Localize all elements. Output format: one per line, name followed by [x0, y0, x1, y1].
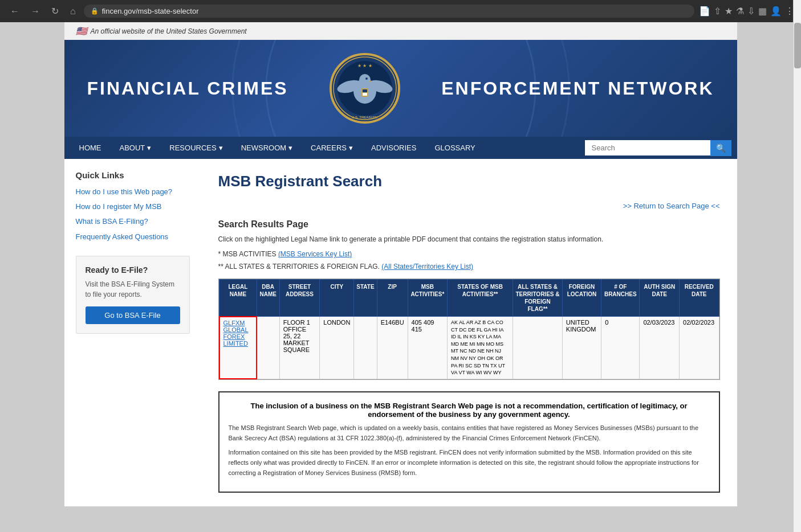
td-zip: E146BU: [377, 317, 408, 379]
bsa-efile-button[interactable]: Go to BSA E-File: [86, 306, 180, 324]
td-states-of-msb: AK AL AR AZ B CA CO CT DC DE FL GA HI IA…: [448, 317, 513, 379]
search-input[interactable]: [585, 140, 710, 155]
td-state: [354, 317, 377, 379]
return-link: >> Return to Search Page <<: [218, 202, 720, 210]
disclaimer-title: The inclusion of a business on the MSB R…: [229, 402, 710, 419]
sidebar-toggle-icon[interactable]: ▦: [758, 6, 767, 17]
quick-links-title: Quick Links: [76, 170, 190, 180]
svg-point-6: [359, 74, 371, 85]
address-bar[interactable]: 🔒 fincen.gov/msb-state-selector: [84, 5, 694, 18]
msb-services-key-link[interactable]: (MSB Services Key List): [278, 250, 352, 258]
results-section-title: Search Results Page: [218, 219, 720, 230]
main-content: MSB Registrant Search >> Return to Searc…: [201, 159, 737, 506]
newsroom-dropdown-icon: ▾: [288, 144, 292, 152]
td-all-states-flag: [513, 317, 563, 379]
bsa-box-title: Ready to E-File?: [86, 265, 180, 275]
nav-glossary[interactable]: GLOSSARY: [425, 137, 484, 159]
td-auth-sign-date: 02/03/2023: [640, 317, 680, 379]
th-zip: ZIP: [377, 280, 408, 317]
sidebar: Quick Links How do I use this Web page? …: [64, 159, 201, 506]
nav-careers[interactable]: CAREERS ▾: [302, 137, 362, 159]
reader-icon[interactable]: 📄: [699, 6, 710, 17]
svg-rect-11: [363, 93, 367, 96]
nav-resources[interactable]: RESOURCES ▾: [160, 137, 231, 159]
th-msb-activities: MSB ACTIVITIES*: [408, 280, 447, 317]
gov-banner: 🇺🇸 An official website of the United Sta…: [64, 22, 737, 40]
th-legal-name: LEGAL NAME: [219, 280, 257, 317]
table-row: GLFXM GLOBAL FOREX LIMITED FLOOR 1 OFFIC…: [219, 317, 719, 379]
disclaimer-para2: Information contained on this site has b…: [229, 448, 710, 478]
back-button[interactable]: ←: [7, 5, 23, 18]
td-legal-name: GLFXM GLOBAL FOREX LIMITED: [219, 317, 257, 379]
note2: ** ALL STATES & TERRITORIES & FOREIGN FL…: [218, 261, 720, 272]
results-table: LEGAL NAME DBA NAME STREET ADDRESS CITY …: [219, 279, 719, 379]
th-states-of-msb: STATES OF MSB ACTIVITIES**: [448, 280, 513, 317]
th-state: STATE: [354, 280, 377, 317]
td-street-address: FLOOR 1 OFFICE 25, 22 MARKET SQUARE: [279, 317, 320, 379]
site-header: FINANCIAL CRIMES ★ ★ ★ U.S. TREASURY: [64, 40, 737, 137]
profile-icon[interactable]: 👤: [770, 6, 782, 17]
scroll-thumb[interactable]: [794, 23, 801, 68]
sidebar-link-use[interactable]: How do I use this Web page?: [76, 187, 190, 197]
results-description: Click on the highlighted Legal Name link…: [218, 234, 720, 244]
nav-home[interactable]: HOME: [70, 137, 111, 159]
page-title: MSB Registrant Search: [218, 173, 720, 190]
browser-chrome: ← → ↻ ⌂ 🔒 fincen.gov/msb-state-selector …: [0, 0, 801, 22]
sidebar-link-register[interactable]: How do I register My MSB: [76, 202, 190, 212]
us-flag-icon: 🇺🇸: [76, 26, 87, 36]
disclaimer-box: The inclusion of a business on the MSB R…: [218, 391, 720, 493]
results-table-wrapper: LEGAL NAME DBA NAME STREET ADDRESS CITY …: [218, 279, 720, 380]
header-left-text: FINANCIAL CRIMES: [87, 78, 288, 99]
lock-icon: 🔒: [91, 7, 99, 15]
page-wrapper: 🇺🇸 An official website of the United Sta…: [64, 22, 737, 506]
disclaimer-para1: The MSB Registrant Search Web page, whic…: [229, 423, 710, 443]
quick-links-section: Quick Links How do I use this Web page? …: [76, 170, 190, 242]
bookmark-icon[interactable]: ★: [725, 6, 733, 17]
svg-point-7: [365, 77, 368, 80]
th-foreign-location: FOREIGN LOCATION: [562, 280, 601, 317]
about-dropdown-icon: ▾: [147, 144, 151, 152]
th-branches: # OF BRANCHES: [601, 280, 640, 317]
return-link-anchor[interactable]: >> Return to Search Page <<: [623, 202, 720, 210]
browser-actions: 📄 ⇧ ★ ⚗ ⇩ ▦ 👤 ⋮: [699, 6, 794, 17]
th-city: CITY: [320, 280, 354, 317]
careers-dropdown-icon: ▾: [349, 144, 353, 152]
th-received-date: RECEIVED DATE: [680, 280, 719, 317]
fincen-seal: ★ ★ ★ U.S. TREASURY: [328, 51, 402, 125]
nav-advisories[interactable]: ADVISORIES: [362, 137, 425, 159]
nav-newsroom[interactable]: NEWSROOM ▾: [232, 137, 302, 159]
legal-name-link[interactable]: GLFXM GLOBAL FOREX LIMITED: [223, 320, 249, 347]
reload-button[interactable]: ↻: [48, 5, 62, 18]
url-text: fincen.gov/msb-state-selector: [102, 7, 199, 15]
sidebar-link-bsa[interactable]: What is BSA E-Filing?: [76, 216, 190, 227]
sidebar-link-faq[interactable]: Frequently Asked Questions: [76, 232, 190, 242]
td-msb-activities: 405 409 415: [408, 317, 447, 379]
bsa-efile-box: Ready to E-File? Visit the BSA E-Filing …: [76, 256, 190, 334]
nav-about[interactable]: ABOUT ▾: [111, 137, 161, 159]
note1: * MSB ACTIVITIES (MSB Services Key List): [218, 249, 720, 259]
th-street-address: STREET ADDRESS: [279, 280, 320, 317]
table-header-row: LEGAL NAME DBA NAME STREET ADDRESS CITY …: [219, 280, 719, 317]
header-right-text: ENFORCEMENT NETWORK: [441, 78, 714, 99]
download-icon[interactable]: ⇩: [747, 6, 755, 17]
svg-rect-10: [363, 89, 367, 92]
extensions-icon[interactable]: ⚗: [736, 6, 744, 17]
scrollbar[interactable]: [793, 0, 801, 506]
td-foreign-location: UNITED KINGDOM: [562, 317, 601, 379]
svg-text:★ ★ ★: ★ ★ ★: [357, 63, 372, 68]
nav-search: 🔍: [585, 140, 731, 156]
svg-text:U.S. TREASURY: U.S. TREASURY: [352, 116, 378, 119]
th-dba-name: DBA NAME: [257, 280, 279, 317]
th-auth-sign-date: AUTH SIGN DATE: [640, 280, 680, 317]
td-received-date: 02/02/2023: [680, 317, 719, 379]
share-icon[interactable]: ⇧: [714, 6, 721, 17]
forward-button[interactable]: →: [27, 5, 43, 18]
td-city: LONDON: [320, 317, 354, 379]
search-button[interactable]: 🔍: [710, 140, 731, 156]
home-button[interactable]: ⌂: [67, 5, 79, 18]
main-nav: HOME ABOUT ▾ RESOURCES ▾ NEWSROOM ▾ CARE…: [64, 137, 737, 159]
bsa-box-text: Visit the BSA E-Filing System to file yo…: [86, 279, 180, 300]
all-states-key-link[interactable]: (All States/Territories Key List): [381, 263, 473, 271]
th-all-states-flag: ALL STATES & TERRITORIES & FOREIGN FLAG*…: [513, 280, 563, 317]
td-branches: 0: [601, 317, 640, 379]
